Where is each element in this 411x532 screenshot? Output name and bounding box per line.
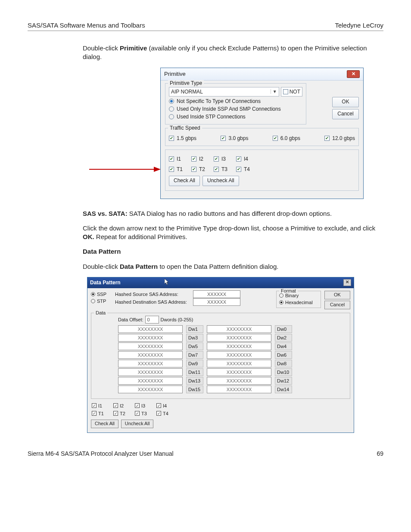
dst-address-label: Hashed Destination SAS Address: [115,299,190,305]
dword-field[interactable]: XXXXXXXX [118,360,183,367]
table-row: XXXXXXXXDw1XXXXXXXXDw0 [118,325,329,333]
radio-icon [169,99,174,104]
port-i4[interactable]: ✓I4 [156,402,175,409]
port-t4[interactable]: ✔T4 [236,166,256,172]
paragraph-3: Click the down arrow next to the Primiti… [83,224,383,242]
dword-label: Dw4 [275,342,292,350]
data-offset-range: Dwords (0-255) [161,317,193,322]
data-offset-field[interactable]: 0 [145,316,159,324]
radio-icon [279,300,283,305]
dword-field[interactable]: XXXXXXXX [207,325,271,333]
data-legend: Data [94,310,107,315]
dst-address-field[interactable]: XXXXXX [193,298,240,306]
check-all-button[interactable]: Check All [169,176,200,186]
dword-field[interactable]: XXXXXXXX [118,351,183,359]
close-icon[interactable]: ✕ [347,70,360,78]
chevron-down-icon[interactable]: ▼ [271,89,277,94]
speed-3-0[interactable]: ✔3.0 gbps [221,135,248,141]
dword-field[interactable]: XXXXXXXX [118,342,183,350]
primitive-type-select[interactable]: AIP NORMAL ▼ [169,87,279,96]
ok-button[interactable]: OK [324,291,350,299]
speed-6-0[interactable]: ✔6.0 gbps [273,135,300,141]
table-row: XXXXXXXXDw15XXXXXXXXDw14 [118,386,329,393]
dialog-titlebar[interactable]: Primitive ✕ [161,68,363,81]
paragraph-1: Double-click Primitive (available only i… [83,44,383,62]
dword-field[interactable]: XXXXXXXX [207,377,271,385]
data-offset-label: Data Offset: [118,317,143,322]
data-pattern-dialog: Data Pattern ✕ SSP STP Hashed Source SAS… [87,277,354,433]
paragraph-4: Double-click Data Pattern to open the Da… [83,262,383,271]
uncheck-all-button[interactable]: Uncheck All [121,420,153,428]
close-icon[interactable]: ✕ [343,279,351,286]
annotation-arrow [89,161,162,178]
uncheck-all-button[interactable]: Uncheck All [202,176,239,186]
dword-field[interactable]: XXXXXXXX [207,368,271,376]
radio-stp[interactable]: STP [91,298,112,305]
src-address-label: Hashed Source SAS Address: [115,292,190,297]
port-i2[interactable]: ✔I2 [191,156,211,162]
dword-label: Dw7 [186,351,203,359]
dword-field[interactable]: XXXXXXXX [118,334,183,342]
dialog-title: Data Pattern [90,280,121,286]
svg-marker-1 [154,167,161,172]
src-address-field[interactable]: XXXXXX [193,290,240,298]
page-footer: Sierra M6-4 SAS/SATA Protocol Analyzer U… [28,450,383,457]
cancel-button[interactable]: Cancel [332,109,359,119]
radio-ssp-smp[interactable]: Used Only Inside SSP And SMP Connections [169,106,302,112]
dword-label: Dw3 [186,334,203,342]
dword-field[interactable]: XXXXXXXX [207,334,271,342]
port-i4[interactable]: ✔I4 [236,156,256,162]
port-t3[interactable]: ✔T3 [214,166,234,172]
port-i3[interactable]: ✔I3 [214,156,234,162]
footer-left: Sierra M6-4 SAS/SATA Protocol Analyzer U… [28,450,174,457]
primitive-type-legend: Primitive Type [168,80,204,86]
dword-label: Dw15 [186,386,203,393]
format-legend: Format [279,288,298,293]
radio-icon [279,293,283,298]
header-right: Teledyne LeCroy [335,22,383,29]
traffic-speed-legend: Traffic Speed [168,125,202,131]
radio-hex[interactable]: Hexadecimal [279,299,318,306]
paragraph-2: SAS vs. SATA: SATA Dialog has no radio b… [83,209,383,218]
port-t3[interactable]: ✓T3 [135,410,154,417]
dword-field[interactable]: XXXXXXXX [207,351,271,359]
dword-field[interactable]: XXXXXXXX [118,368,183,376]
port-t2[interactable]: ✔T2 [191,166,211,172]
dword-field[interactable]: XXXXXXXX [118,386,183,393]
radio-icon [169,114,174,119]
radio-stp[interactable]: Used Inside STP Connections [169,114,302,120]
port-i1[interactable]: ✔I1 [169,156,189,162]
check-all-button[interactable]: Check All [91,420,118,428]
dword-field[interactable]: XXXXXXXX [118,325,183,333]
dword-field[interactable]: XXXXXXXX [207,386,271,393]
port-i2[interactable]: ✓I2 [113,402,132,409]
not-checkbox[interactable]: NOT [281,87,302,96]
speed-12-0[interactable]: ✔12.0 gbps [324,135,355,141]
port-i1[interactable]: ✓I1 [92,402,111,409]
dword-label: Dw11 [186,368,203,376]
dword-label: Dw14 [275,386,292,393]
dword-field[interactable]: XXXXXXXX [207,360,271,367]
dialog-titlebar[interactable]: Data Pattern ✕ [87,277,354,288]
port-t1[interactable]: ✓T1 [92,410,111,417]
table-row: XXXXXXXXDw11XXXXXXXXDw10 [118,368,329,376]
speed-1-5[interactable]: ✔1.5 gbps [169,135,196,141]
header-left: SAS/SATA Software Menus and Toolbars [28,22,145,29]
table-row: XXXXXXXXDw13XXXXXXXXDw12 [118,377,329,385]
dword-field[interactable]: XXXXXXXX [207,342,271,350]
radio-ssp[interactable]: SSP [91,291,112,298]
dword-label: Dw8 [275,360,292,367]
port-t2[interactable]: ✓T2 [113,410,132,417]
dword-label: Dw1 [186,325,203,333]
ok-button[interactable]: OK [332,97,359,107]
port-i3[interactable]: ✓I3 [135,402,154,409]
dword-field[interactable]: XXXXXXXX [118,377,183,385]
dword-label: Dw6 [275,351,292,359]
radio-not-specific[interactable]: Not Specific To Type Of Connections [169,98,302,104]
dword-label: Dw0 [275,325,292,333]
cancel-button[interactable]: Cancel [324,301,350,309]
table-row: XXXXXXXXDw3XXXXXXXXDw2 [118,334,329,342]
port-t4[interactable]: ✓T4 [156,410,175,417]
port-t1[interactable]: ✔T1 [169,166,189,172]
dword-label: Dw9 [186,360,203,367]
